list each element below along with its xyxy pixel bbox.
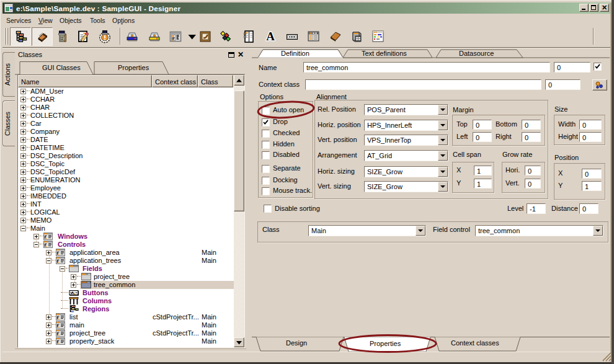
- svg-text:A: A: [266, 30, 275, 43]
